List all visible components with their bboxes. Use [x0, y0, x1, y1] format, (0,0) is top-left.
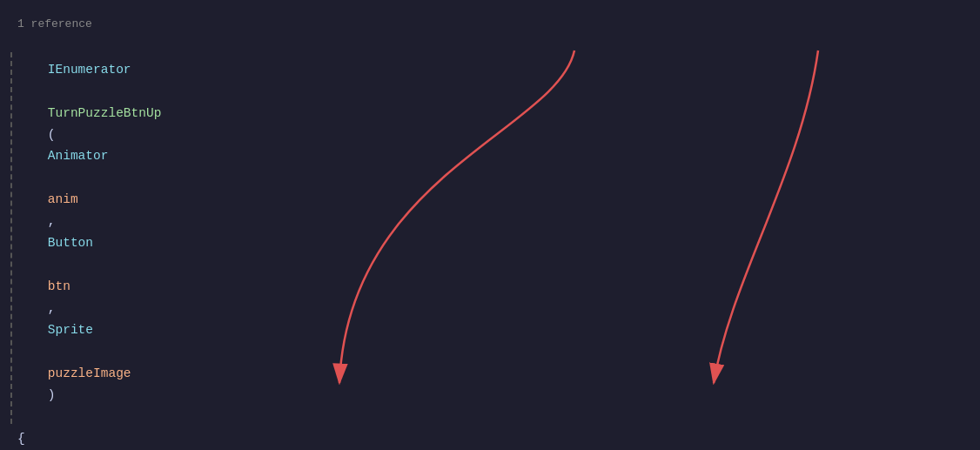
- param1-name: anim: [48, 192, 78, 206]
- comma2: ,: [48, 301, 63, 315]
- space4: [48, 345, 56, 359]
- param2-name: btn: [48, 279, 70, 293]
- param3-type: Sprite: [48, 323, 93, 337]
- param3-name: puzzleImage: [48, 366, 131, 380]
- space2: [48, 171, 56, 185]
- return-type: IEnumerator: [48, 63, 131, 77]
- space: [48, 84, 56, 98]
- space3: [48, 258, 56, 272]
- function-name: TurnPuzzleBtnUp: [48, 106, 162, 120]
- param1-type: Animator: [48, 149, 109, 163]
- open-brace-line: {: [17, 428, 963, 450]
- signature-line: IEnumerator TurnPuzzleBtnUp ( Animator a…: [17, 37, 963, 428]
- dashed-border: [10, 52, 12, 424]
- reference-label: 1 reference: [17, 16, 963, 34]
- code-container: 1 reference IEnumerator TurnPuzzleBtnUp …: [0, 0, 980, 450]
- comma1: ,: [48, 214, 63, 228]
- close-paren: ): [48, 388, 56, 402]
- open-paren: (: [48, 128, 56, 142]
- param2-type: Button: [48, 236, 93, 250]
